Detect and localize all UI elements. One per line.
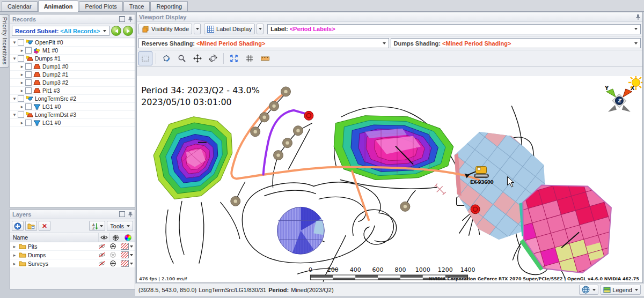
name-column-header[interactable]: Name <box>10 234 98 241</box>
expand-icon[interactable]: ▸ <box>19 64 25 69</box>
expand-icon[interactable]: ▸ <box>19 72 25 77</box>
freeze-column-header[interactable] <box>109 233 121 242</box>
checkbox[interactable] <box>18 39 24 46</box>
previous-record-button[interactable] <box>111 26 121 36</box>
tree-row-pit1[interactable]: ▸ Pit1 #3 <box>10 87 135 95</box>
collapse-icon[interactable]: ▾ <box>12 56 17 61</box>
label-display-button[interactable]: Label Display <box>204 24 255 34</box>
checkbox[interactable] <box>25 120 32 126</box>
chevron-down-icon <box>634 28 638 30</box>
layer-row-pits[interactable]: ▸ Pits <box>10 242 135 251</box>
layer-freeze-toggle[interactable] <box>107 251 119 258</box>
checkbox[interactable] <box>25 103 32 110</box>
record-subset-combo[interactable]: Record Subset: <All Records> <box>12 26 109 36</box>
grid-toggle-button[interactable] <box>243 51 257 65</box>
select-tool-button[interactable] <box>138 51 152 65</box>
tab-priority-incentives[interactable]: Priority Incentives <box>0 14 9 68</box>
color-wheel-icon <box>125 234 131 241</box>
axis-y-label: Y <box>604 85 609 91</box>
pin-icon[interactable] <box>128 212 133 217</box>
pin-icon[interactable] <box>636 14 640 20</box>
tab-reporting[interactable]: Reporting <box>150 1 188 11</box>
checkbox[interactable] <box>18 111 24 118</box>
pin-icon[interactable] <box>128 17 133 22</box>
tree-row-lg1-dst[interactable]: ▸ LG1 #0 <box>10 119 135 127</box>
checkbox[interactable] <box>25 79 32 86</box>
dump-group-icon <box>26 111 33 118</box>
tree-row-m1[interactable]: ▸ M1 #0 <box>10 47 135 55</box>
layer-freeze-toggle[interactable] <box>107 243 119 250</box>
add-layer-button[interactable] <box>12 221 24 231</box>
layer-row-dumps[interactable]: ▸ Dumps <box>10 251 135 259</box>
tree-row-dump2[interactable]: ▸ Dump2 #1 <box>10 71 135 79</box>
checkbox[interactable] <box>25 47 32 54</box>
viewport-canvas[interactable]: EX-93600 Period 34: 2023/Q2 - 43.0% 2023… <box>137 76 642 282</box>
delete-layer-button[interactable]: ✕ <box>39 221 50 231</box>
expand-icon[interactable]: ▸ <box>19 120 25 125</box>
tree-row-dump3[interactable]: ▸ Dump3 #2 <box>10 79 135 87</box>
layer-color-picker[interactable] <box>119 251 135 258</box>
add-folder-button[interactable] <box>25 221 37 231</box>
layer-freeze-toggle[interactable] <box>107 260 119 267</box>
reserves-shading-combo[interactable]: Reserves Shading: <Mined Period Shading> <box>138 38 389 48</box>
axis-triad[interactable]: Y X Z <box>604 85 635 112</box>
layer-visibility-toggle[interactable] <box>96 260 107 266</box>
globe-options-button[interactable] <box>579 285 598 295</box>
pan-tool-button[interactable] <box>191 51 204 65</box>
period-datetime: 2023/05/10 03:01:00 <box>141 97 232 107</box>
layer-row-surveys[interactable]: ▸ Surveys <box>10 259 135 268</box>
tab-calendar[interactable]: Calendar <box>2 1 38 11</box>
checkbox[interactable] <box>25 63 32 70</box>
tree-row-dump1[interactable]: ▸ Dump1 #0 <box>10 63 135 71</box>
legend-label: Legend <box>612 287 632 293</box>
expand-icon[interactable]: ▸ <box>12 244 17 249</box>
expand-icon[interactable]: ▸ <box>19 104 25 109</box>
next-record-button[interactable] <box>123 26 133 36</box>
layer-visibility-toggle[interactable] <box>96 252 107 258</box>
dump-icon <box>33 63 41 70</box>
polygon-select-button[interactable] <box>159 51 173 65</box>
tree-row-longtermdst[interactable]: ▾ LongTermDst #3 <box>10 111 135 119</box>
visibility-mode-icon <box>142 25 149 33</box>
color-column-header[interactable] <box>121 233 135 242</box>
measure-tool-button[interactable] <box>258 51 272 65</box>
tree-row-openpit[interactable]: ▾ OpenPit #0 <box>10 39 135 47</box>
restore-icon[interactable] <box>119 16 125 22</box>
visibility-column-header[interactable] <box>98 233 109 242</box>
sort-button[interactable]: AZ <box>89 221 105 231</box>
tab-trace[interactable]: Trace <box>123 1 150 11</box>
tools-button[interactable]: Tools <box>107 221 133 231</box>
checkbox[interactable] <box>25 87 32 94</box>
tab-animation[interactable]: Animation <box>38 1 79 12</box>
layer-color-picker[interactable] <box>119 260 135 267</box>
label-display-dropdown[interactable] <box>257 24 264 34</box>
legend-icon <box>603 287 611 293</box>
dumps-shading-combo[interactable]: Dumps Shading: <Mined Period Shading> <box>391 38 641 48</box>
restore-icon[interactable] <box>119 211 125 217</box>
expand-icon[interactable]: ▸ <box>19 88 25 93</box>
orbit-tool-button[interactable] <box>206 51 220 65</box>
layer-color-picker[interactable] <box>119 243 135 250</box>
collapse-icon[interactable]: ▾ <box>12 96 17 101</box>
expand-icon[interactable]: ▸ <box>12 252 17 258</box>
checkbox[interactable] <box>25 71 32 78</box>
dumps-shading-prefix: Dumps Shading: <box>394 40 441 47</box>
expand-icon[interactable]: ▸ <box>19 48 25 53</box>
zoom-extents-button[interactable] <box>227 51 241 65</box>
tree-row-dumps[interactable]: ▾ Dumps #1 <box>10 55 135 63</box>
expand-icon[interactable]: ▸ <box>12 261 17 266</box>
visibility-mode-dropdown[interactable] <box>194 24 201 34</box>
tab-period-plots[interactable]: Period Plots <box>79 1 122 11</box>
legend-button[interactable]: Legend <box>601 285 641 295</box>
checkbox[interactable] <box>18 95 24 102</box>
label-combo[interactable]: Label: <Period Labels> <box>267 24 641 34</box>
zoom-tool-button[interactable] <box>175 51 189 65</box>
expand-icon[interactable]: ▸ <box>19 80 25 85</box>
tree-row-longtermsrc[interactable]: ▾ LongTermSrc #2 <box>10 95 135 103</box>
layer-visibility-toggle[interactable] <box>96 243 107 249</box>
visibility-mode-button[interactable]: Visibility Mode <box>138 24 192 34</box>
tree-row-lg1-src[interactable]: ▸ LG1 #0 <box>10 103 135 111</box>
collapse-icon[interactable]: ▾ <box>12 112 17 117</box>
collapse-icon[interactable]: ▾ <box>12 40 17 45</box>
checkbox[interactable] <box>18 55 24 62</box>
